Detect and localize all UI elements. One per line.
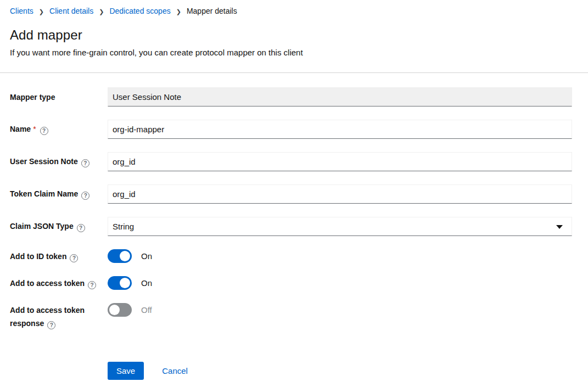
user-session-note-field (108, 152, 572, 171)
claim-json-type-select[interactable]: String (108, 217, 572, 236)
help-icon[interactable]: ? (88, 281, 96, 289)
claim-json-type-label: Claim JSON Type? (10, 221, 108, 232)
claim-json-type-label-text: Claim JSON Type (10, 222, 74, 231)
add-to-access-token-toggle[interactable] (108, 276, 132, 290)
cancel-link[interactable]: Cancel (162, 366, 188, 375)
breadcrumb-item-dedicated-scopes[interactable]: Dedicated scopes (109, 7, 170, 15)
breadcrumb-item-mapper-details: Mapper details (187, 7, 237, 15)
help-icon[interactable]: ? (81, 192, 89, 200)
toggle-knob (120, 278, 130, 288)
page-header: Clients ❯ Client details ❯ Dedicated sco… (0, 0, 588, 72)
form-group-mapper-type: Mapper type (10, 87, 572, 106)
help-icon[interactable]: ? (81, 159, 89, 167)
required-asterisk: * (33, 125, 36, 133)
add-to-access-token-label-text: Add to access token (10, 279, 85, 288)
help-icon[interactable]: ? (70, 254, 78, 262)
name-label-text: Name (10, 125, 31, 133)
add-to-access-token-field: On (108, 276, 572, 290)
name-input[interactable] (108, 120, 572, 139)
form-actions: Save Cancel (108, 362, 572, 387)
form-group-claim-json-type: Claim JSON Type? String (10, 217, 572, 236)
toggle-knob (120, 251, 130, 261)
claim-json-type-field: String (108, 217, 572, 236)
add-to-access-token-label: Add to access token? (10, 276, 108, 290)
page-description: If you want more fine-grain control, you… (10, 48, 578, 72)
add-to-id-token-field: On (108, 249, 572, 263)
angle-right-icon: ❯ (39, 8, 44, 15)
add-to-id-token-label: Add to ID token? (10, 249, 108, 263)
add-to-id-token-label-text: Add to ID token (10, 252, 66, 261)
breadcrumb: Clients ❯ Client details ❯ Dedicated sco… (10, 7, 578, 15)
token-claim-name-label-text: Token Claim Name (10, 189, 78, 198)
token-claim-name-label: Token Claim Name? (10, 189, 108, 200)
add-to-id-token-state-label: On (141, 249, 152, 263)
help-icon[interactable]: ? (47, 321, 55, 329)
user-session-note-input[interactable] (108, 152, 572, 171)
add-mapper-form: Mapper type Name*? User Session Note? To… (0, 73, 588, 387)
breadcrumb-item-clients[interactable]: Clients (10, 7, 33, 15)
save-button[interactable]: Save (108, 362, 144, 380)
name-label: Name*? (10, 124, 108, 135)
toggle-knob (109, 305, 120, 315)
add-to-access-token-response-state-label: Off (141, 303, 152, 317)
form-group-token-claim-name: Token Claim Name? (10, 184, 572, 204)
form-group-add-to-access-token-response: Add to access token response? Off (10, 303, 572, 330)
add-to-access-token-response-label: Add to access token response? (10, 303, 108, 330)
add-to-access-token-response-toggle[interactable] (108, 303, 132, 317)
help-icon[interactable]: ? (40, 127, 48, 135)
form-group-add-to-id-token: Add to ID token? On (10, 249, 572, 263)
name-field (108, 120, 572, 139)
mapper-type-label: Mapper type (10, 92, 108, 102)
mapper-type-field (108, 87, 572, 106)
help-icon[interactable]: ? (77, 224, 85, 232)
user-session-note-label-text: User Session Note (10, 157, 78, 166)
page-title: Add mapper (10, 27, 578, 43)
angle-right-icon: ❯ (99, 8, 104, 15)
angle-right-icon: ❯ (176, 8, 181, 15)
add-to-id-token-toggle[interactable] (108, 249, 132, 263)
form-group-user-session-note: User Session Note? (10, 152, 572, 171)
user-session-note-label: User Session Note? (10, 156, 108, 167)
form-group-add-to-access-token: Add to access token? On (10, 276, 572, 290)
breadcrumb-item-client-details[interactable]: Client details (49, 7, 93, 15)
add-to-access-token-response-field: Off (108, 303, 572, 317)
claim-json-type-selected-value: String (113, 222, 134, 231)
token-claim-name-input[interactable] (108, 184, 572, 204)
add-to-access-token-state-label: On (141, 276, 152, 290)
mapper-type-label-text: Mapper type (10, 93, 55, 102)
mapper-type-input[interactable] (108, 87, 572, 106)
form-group-name: Name*? (10, 120, 572, 139)
token-claim-name-field (108, 184, 572, 204)
